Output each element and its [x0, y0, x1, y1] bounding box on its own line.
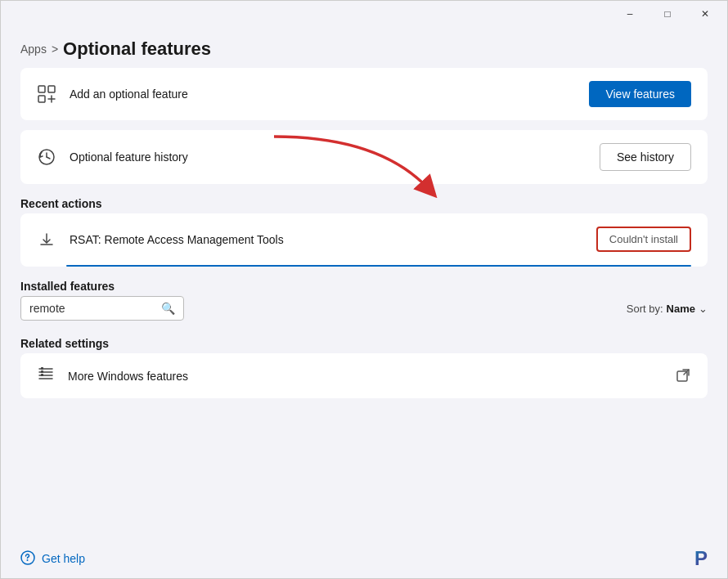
add-feature-label: Add an optional feature: [70, 88, 188, 101]
add-feature-left: Add an optional feature: [37, 84, 188, 104]
get-help-label: Get help: [42, 552, 85, 565]
svg-point-15: [27, 559, 29, 561]
external-link-icon: [676, 367, 691, 385]
recent-item-left: RSAT: Remote Access Management Tools: [37, 230, 284, 249]
search-row: 🔍 Sort by: Name ⌄: [20, 296, 708, 321]
svg-rect-11: [41, 370, 43, 373]
history-left: Optional feature history: [37, 147, 188, 167]
close-button[interactable]: ✕: [686, 1, 724, 27]
sort-control[interactable]: Sort by: Name ⌄: [627, 303, 708, 315]
maximize-button[interactable]: □: [649, 1, 686, 27]
download-icon: [37, 230, 56, 249]
watermark: P: [694, 547, 708, 570]
svg-rect-12: [41, 374, 43, 376]
history-icon: [37, 147, 56, 167]
recent-item: RSAT: Remote Access Management Tools Cou…: [20, 213, 708, 265]
breadcrumb-separator: >: [52, 43, 58, 56]
title-bar: – □ ✕: [1, 1, 727, 27]
related-left: More Windows features: [37, 365, 188, 387]
page-title: Optional features: [63, 38, 211, 60]
windows-features-icon: [37, 365, 55, 387]
see-history-button[interactable]: See history: [600, 143, 691, 171]
history-label: Optional feature history: [70, 150, 188, 164]
svg-rect-0: [38, 86, 45, 92]
related-settings-header: Related settings: [20, 337, 708, 350]
sort-label: Sort by:: [627, 303, 663, 315]
recent-actions-header: Recent actions: [20, 197, 708, 210]
recent-actions-card: RSAT: Remote Access Management Tools Cou…: [20, 213, 708, 267]
related-settings-section: Related settings More: [20, 334, 708, 398]
installed-features-section: Installed features 🔍 Sort by: Name ⌄: [20, 276, 708, 324]
sort-value: Name: [667, 303, 695, 315]
breadcrumb: Apps > Optional features: [1, 27, 727, 68]
breadcrumb-apps[interactable]: Apps: [20, 43, 47, 56]
footer: Get help P: [1, 539, 727, 578]
recent-actions-section: Recent actions: [20, 194, 708, 267]
search-input[interactable]: [29, 302, 155, 315]
get-help-icon: [20, 550, 35, 568]
minimize-button[interactable]: –: [611, 1, 649, 27]
view-features-button[interactable]: View features: [589, 81, 691, 107]
get-help-link[interactable]: Get help: [20, 550, 85, 568]
content-area: Add an optional feature View features Op…: [1, 68, 727, 539]
couldnt-install-badge: Couldn't install: [596, 227, 691, 252]
recent-item-underline: [66, 265, 691, 267]
svg-rect-10: [41, 367, 43, 370]
main-window: – □ ✕ Apps > Optional features: [0, 0, 728, 579]
related-settings-card[interactable]: More Windows features: [20, 353, 708, 398]
add-feature-icon: [37, 84, 56, 104]
recent-item-name: RSAT: Remote Access Management Tools: [70, 233, 284, 246]
search-box[interactable]: 🔍: [20, 296, 184, 321]
svg-rect-1: [48, 86, 55, 92]
related-item-label: More Windows features: [68, 370, 188, 383]
installed-features-header: Installed features: [20, 280, 708, 293]
search-icon: 🔍: [161, 302, 175, 315]
history-card: Optional feature history See history: [20, 130, 708, 184]
add-feature-card: Add an optional feature View features: [20, 68, 708, 120]
sort-chevron-icon: ⌄: [699, 303, 708, 315]
svg-rect-2: [38, 96, 45, 102]
